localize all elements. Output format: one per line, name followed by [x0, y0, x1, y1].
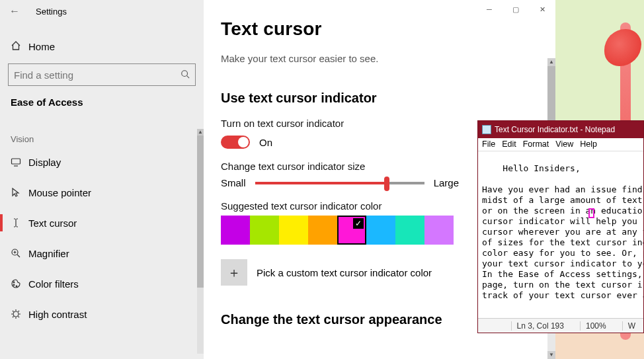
display-icon: [11, 157, 26, 167]
notepad-title-text: Text Cursor Indicator.txt - Notepad: [495, 125, 615, 134]
slider-max-label: Large: [434, 177, 459, 188]
color-swatch[interactable]: [395, 216, 424, 245]
page-title: Text cursor: [221, 19, 549, 40]
text-cursor-indicator: [588, 208, 594, 218]
flower-bud: [604, 29, 641, 66]
menu-edit[interactable]: Edit: [502, 140, 516, 151]
custom-color-button[interactable]: ＋: [221, 259, 247, 286]
nav-label: Text cursor: [28, 218, 77, 229]
menu-view[interactable]: View: [555, 140, 573, 151]
notepad-menu: FileEditFormatViewHelp: [478, 138, 643, 151]
home-icon: [11, 40, 26, 53]
custom-color-label: Pick a custom text cursor indicator colo…: [257, 267, 432, 278]
nav-label: Magnifier: [28, 248, 69, 259]
scroll-up-icon[interactable]: ▲: [197, 129, 204, 136]
status-zoom: 100%: [580, 321, 612, 331]
color-swatch[interactable]: [366, 216, 395, 245]
search-icon: [181, 69, 190, 81]
home-nav[interactable]: Home: [0, 35, 204, 58]
nav-label: Color filters: [28, 278, 79, 290]
menu-format[interactable]: Format: [523, 140, 549, 151]
back-arrow-icon[interactable]: ←: [9, 5, 20, 17]
nav-label: Mouse pointer: [28, 187, 91, 198]
svg-point-5: [16, 286, 17, 287]
app-title: Settings: [36, 7, 204, 17]
scroll-up-icon[interactable]: ▲: [547, 58, 555, 66]
file-icon: [482, 125, 491, 134]
sidebar-item-mouse-pointer[interactable]: Mouse pointer: [0, 177, 204, 208]
scroll-thumb[interactable]: [197, 136, 204, 288]
sidebar-item-text-cursor[interactable]: Text cursor: [0, 208, 204, 238]
color-swatch[interactable]: [279, 216, 308, 245]
settings-window: ─ ▢ ✕ ← Settings Home Ease of Access Vis…: [0, 0, 555, 359]
menu-help[interactable]: Help: [580, 140, 597, 151]
slider-min-label: Small: [221, 177, 246, 188]
check-icon: ✓: [353, 218, 364, 229]
size-slider[interactable]: [255, 182, 424, 184]
toggle-knob: [238, 137, 249, 147]
svg-rect-1: [12, 159, 20, 164]
magnifier-icon: [11, 248, 26, 259]
status-rest: W: [622, 321, 641, 331]
sidebar-item-color-filters[interactable]: Color filters: [0, 268, 204, 299]
color-swatch[interactable]: ✓: [337, 216, 366, 245]
pointer-icon: [11, 187, 26, 198]
notepad-titlebar[interactable]: Text Cursor Indicator.txt - Notepad: [478, 121, 643, 138]
nav-label: High contrast: [28, 309, 87, 320]
slider-fill: [255, 182, 387, 184]
toggle-state-label: On: [259, 137, 272, 148]
sidebar-item-display[interactable]: Display: [0, 147, 204, 177]
category-title: Ease of Access: [11, 97, 204, 108]
color-swatch[interactable]: [424, 216, 454, 245]
nav-label: Display: [28, 157, 61, 168]
text-cursor-icon: [11, 218, 26, 228]
sidebar-item-high-contrast[interactable]: High contrast: [0, 299, 204, 329]
palette-icon: [11, 278, 26, 289]
menu-file[interactable]: File: [482, 140, 495, 151]
notepad-window: Text Cursor Indicator.txt - Notepad File…: [477, 120, 644, 333]
notepad-statusbar: Ln 3, Col 193 100% W: [478, 318, 643, 333]
color-swatch[interactable]: [250, 216, 279, 245]
plus-icon: ＋: [227, 264, 241, 282]
svg-point-6: [13, 311, 19, 317]
svg-point-0: [182, 70, 188, 76]
slider-thumb[interactable]: [384, 177, 389, 191]
sidebar-item-magnifier[interactable]: Magnifier: [0, 238, 204, 268]
color-swatch[interactable]: [308, 216, 337, 245]
contrast-icon: [11, 309, 26, 319]
sidebar-scrollbar[interactable]: ▲: [197, 129, 204, 354]
color-swatch[interactable]: [221, 216, 250, 245]
indicator-toggle[interactable]: [221, 136, 250, 149]
svg-point-4: [13, 284, 15, 286]
svg-point-3: [13, 282, 15, 283]
search-input[interactable]: [8, 63, 196, 86]
home-label: Home: [28, 41, 55, 52]
search-field[interactable]: [14, 69, 181, 81]
notepad-body[interactable]: Hello Insiders, Have you ever had an iss…: [478, 151, 643, 318]
section-indicator: Use text cursor indicator: [221, 91, 549, 106]
status-position: Ln 3, Col 193: [511, 321, 569, 331]
page-subtitle: Make your text cursor easier to see.: [221, 53, 549, 64]
scroll-down-icon[interactable]: ▼: [547, 351, 555, 359]
settings-sidebar: ← Settings Home Ease of Access Vision Di…: [0, 0, 204, 359]
group-vision: Vision: [11, 134, 204, 144]
